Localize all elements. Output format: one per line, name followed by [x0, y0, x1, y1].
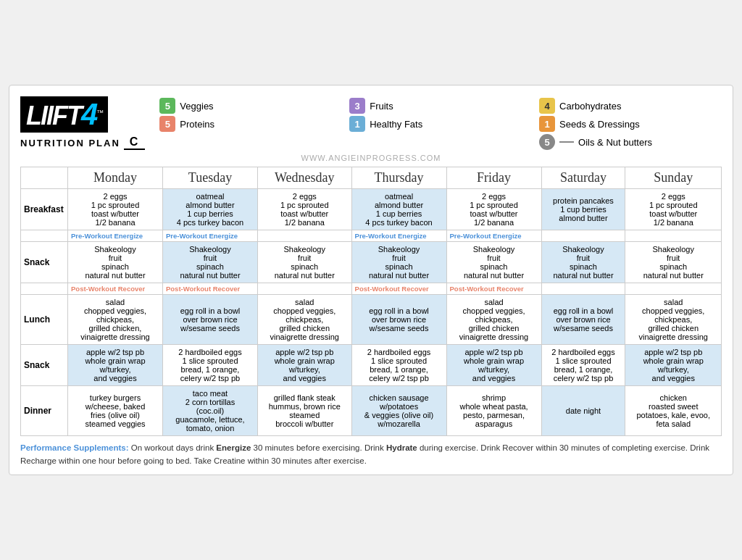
post-workout-row: Post-Workout Recover Post-Workout Recove… [21, 283, 722, 295]
performance-supplements-label: Performance Supplements: [20, 443, 129, 452]
snack1-wednesday: Shakeologyfruitspinachnatural nut butter [257, 242, 351, 283]
legend-healthy-fats: 1 Healthy Fats [349, 116, 532, 132]
dinner-row: Dinner turkey burgersw/cheese, bakedfrie… [21, 386, 722, 436]
snack1-label: Snack [21, 242, 68, 283]
breakfast-friday: 2 eggs1 pc sproutedtoast w/butter1/2 ban… [446, 189, 541, 230]
pre-workout-tuesday: Pre-Workout Energize [162, 230, 257, 242]
post-workout-friday: Post-Workout Recover [446, 283, 541, 295]
fruits-badge: 3 [349, 98, 365, 114]
dinner-wednesday: grilled flank steakhummus, brown riceste… [257, 386, 351, 436]
footer-text1: On workout days drink [129, 443, 217, 452]
legend-fruits: 3 Fruits [349, 98, 532, 114]
nutrition-plan-label: NUTRITION PLAN C [20, 135, 145, 150]
snack2-row: Snack apple w/2 tsp pbwhole grain wrapw/… [21, 345, 722, 386]
lunch-friday: saladchopped veggies,chickpeas,grilled c… [446, 295, 541, 345]
lunch-saturday: egg roll in a bowlover brown ricew/sesam… [541, 295, 625, 345]
legend-section: 5 Veggies 3 Fruits 4 Carbohydrates 5 Pro… [159, 96, 722, 150]
day-monday: Monday [68, 167, 163, 189]
snack2-tuesday: 2 hardboiled eggs1 slice sproutedbread, … [162, 345, 257, 386]
carbs-label: Carbohydrates [559, 101, 621, 112]
day-sunday: Sunday [625, 167, 722, 189]
pre-workout-monday: Pre-Workout Energize [68, 230, 163, 242]
snack1-friday: Shakeologyfruitspinachnatural nut butter [446, 242, 541, 283]
energize-label: Energize [216, 443, 251, 452]
logo: LIIFT4™ [20, 96, 108, 133]
post-workout-empty [21, 283, 68, 295]
hydrate-label: Hydrate [386, 443, 417, 452]
veggies-badge: 5 [159, 98, 175, 114]
lunch-tuesday: egg roll in a bowlover brown ricew/sesam… [162, 295, 257, 345]
post-workout-thursday: Post-Workout Recover [351, 283, 446, 295]
breakfast-monday: 2 eggs1 pc sproutedtoast w/butter1/2 ban… [68, 189, 163, 230]
proteins-label: Proteins [180, 119, 214, 130]
logo-section: LIIFT4™ NUTRITION PLAN C [20, 96, 145, 150]
snack1-row: Snack Shakeologyfruitspinachnatural nut … [21, 242, 722, 283]
breakfast-label: Breakfast [21, 189, 68, 230]
legend-proteins: 5 Proteins [159, 116, 342, 132]
breakfast-thursday: oatmealalmond butter1 cup berries4 pcs t… [351, 189, 446, 230]
strikethrough [559, 141, 574, 143]
dinner-saturday: date night [541, 386, 625, 436]
header: LIIFT4™ NUTRITION PLAN C 5 Veggies 3 Fru… [20, 96, 722, 150]
subtitle: NUTRITION PLAN [20, 138, 120, 149]
carbs-badge: 4 [539, 98, 555, 114]
logo-text: LIIFT [26, 101, 81, 130]
snack2-friday: apple w/2 tsp pbwhole grain wrapw/turkey… [446, 345, 541, 386]
breakfast-saturday: protein pancakes1 cup berriesalmond butt… [541, 189, 625, 230]
dinner-tuesday: taco meat2 corn tortillas(coc.oil)guacam… [162, 386, 257, 436]
lunch-label: Lunch [21, 295, 68, 345]
oils-label: Oils & Nut butters [578, 137, 652, 148]
pre-workout-friday: Pre-Workout Energize [446, 230, 541, 242]
snack1-tuesday: Shakeologyfruitspinachnatural nut butter [162, 242, 257, 283]
day-wednesday: Wednesday [257, 167, 351, 189]
legend-oils: 5 Oils & Nut butters [539, 134, 722, 150]
website: WWW.ANGIEINPROGRESS.COM [20, 154, 722, 162]
breakfast-wednesday: 2 eggs1 pc sproutedtoast w/butter1/2 ban… [257, 189, 351, 230]
pre-workout-wednesday [257, 230, 351, 242]
snack1-monday: Shakeologyfruitspinachnatural nut butter [68, 242, 163, 283]
veggies-label: Veggies [180, 101, 213, 112]
healthy-fats-badge: 1 [349, 116, 365, 132]
logo-tm: ™ [96, 109, 102, 117]
pre-workout-sunday [625, 230, 722, 242]
footer-text2: 30 minutes before exercising. Drink [251, 443, 386, 452]
lunch-monday: saladchopped veggies,chickpeas,grilled c… [68, 295, 163, 345]
footer: Performance Supplements: On workout days… [20, 442, 722, 467]
empty-header [21, 167, 68, 189]
snack1-thursday: Shakeologyfruitspinachnatural nut butter [351, 242, 446, 283]
snack2-thursday: 2 hardboiled eggs1 slice sproutedbread, … [351, 345, 446, 386]
day-tuesday: Tuesday [162, 167, 257, 189]
breakfast-row: Breakfast 2 eggs1 pc sproutedtoast w/but… [21, 189, 722, 230]
legend-seeds: 1 Seeds & Dressings [539, 116, 722, 132]
pre-workout-thursday: Pre-Workout Energize [351, 230, 446, 242]
snack2-saturday: 2 hardboiled eggs1 slice sproutedbread, … [541, 345, 625, 386]
pre-workout-empty [21, 230, 68, 242]
post-workout-wednesday [257, 283, 351, 295]
seeds-badge: 1 [539, 116, 555, 132]
legend-veggies: 5 Veggies [159, 98, 342, 114]
fruits-label: Fruits [370, 101, 393, 112]
pre-workout-row: Pre-Workout Energize Pre-Workout Energiz… [21, 230, 722, 242]
proteins-badge: 5 [159, 116, 175, 132]
logo-four: 4 [81, 97, 96, 131]
day-friday: Friday [446, 167, 541, 189]
meal-plan-table: Monday Tuesday Wednesday Thursday Friday… [20, 167, 722, 436]
dinner-thursday: chicken sausagew/potatoes& veggies (oliv… [351, 386, 446, 436]
dinner-sunday: chickenroasted sweetpotatoes, kale, evoo… [625, 386, 722, 436]
oils-badge: 5 [539, 134, 555, 150]
snack2-sunday: apple w/2 tsp pbwhole grain wrapw/turkey… [625, 345, 722, 386]
lunch-row: Lunch saladchopped veggies,chickpeas,gri… [21, 295, 722, 345]
snack2-monday: apple w/2 tsp pbwhole grain wrapw/turkey… [68, 345, 163, 386]
plan-letter: C [124, 135, 146, 150]
day-thursday: Thursday [351, 167, 446, 189]
legend-carbs: 4 Carbohydrates [539, 98, 722, 114]
post-workout-tuesday: Post-Workout Recover [162, 283, 257, 295]
lunch-sunday: saladchopped veggies,chickpeas,grilled c… [625, 295, 722, 345]
post-workout-saturday [541, 283, 625, 295]
post-workout-sunday [625, 283, 722, 295]
seeds-label: Seeds & Dressings [559, 119, 640, 130]
healthy-fats-label: Healthy Fats [370, 119, 422, 130]
snack2-label: Snack [21, 345, 68, 386]
lunch-wednesday: saladchopped veggies,chickpeas,grilled c… [257, 295, 351, 345]
lunch-thursday: egg roll in a bowlover brown ricew/sesam… [351, 295, 446, 345]
